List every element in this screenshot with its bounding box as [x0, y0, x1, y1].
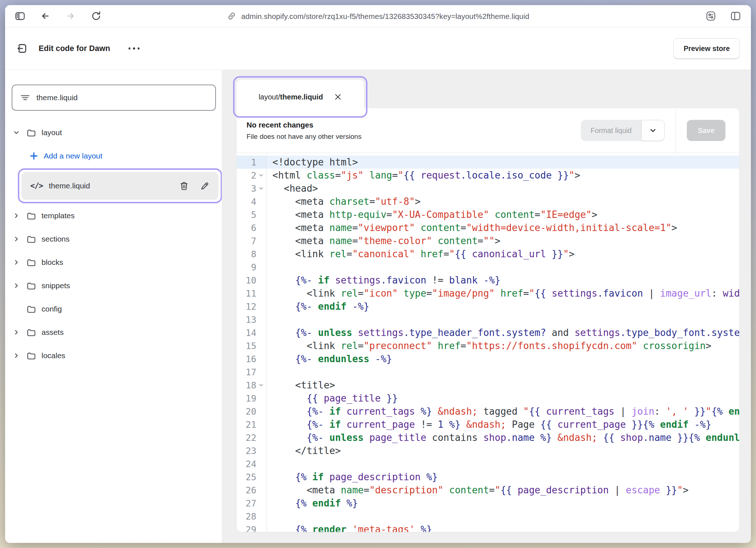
- sidebar-item-layout[interactable]: layout: [5, 121, 222, 144]
- code-line[interactable]: </title>: [267, 444, 739, 457]
- rename-file-icon[interactable]: [199, 180, 210, 192]
- sidebar-item-assets[interactable]: assets: [5, 321, 222, 344]
- code-line[interactable]: [267, 261, 739, 274]
- line-number: 2: [237, 169, 267, 182]
- code-line[interactable]: <html class="js" lang="{{ request.locale…: [267, 169, 739, 182]
- code-line[interactable]: <!doctype html>: [267, 156, 739, 169]
- code-line[interactable]: <link rel="preconnect" href="https://fon…: [267, 339, 739, 352]
- line-number: 23: [237, 444, 267, 457]
- toolbar-right-group: [705, 10, 741, 22]
- version-title: No recent changes: [247, 121, 362, 129]
- back-icon[interactable]: [39, 10, 51, 22]
- fold-chevron-icon[interactable]: [256, 382, 265, 388]
- preview-store-button[interactable]: Preview store: [673, 38, 740, 59]
- format-liquid-button[interactable]: Format liquid: [581, 120, 642, 141]
- format-options-dropdown[interactable]: [641, 120, 665, 141]
- code-line[interactable]: [267, 365, 739, 379]
- sidebar-item-snippets[interactable]: snippets: [5, 274, 222, 297]
- sidebar-item-theme-liquid[interactable]: </>theme.liquid: [21, 172, 218, 200]
- code-line[interactable]: {%- if current_page != 1 %} &ndash; Page…: [267, 418, 739, 431]
- code-line[interactable]: <link rel="icon" type="image/png" href="…: [267, 287, 739, 300]
- more-actions-icon[interactable]: [126, 44, 143, 52]
- fold-chevron-icon[interactable]: [256, 172, 265, 178]
- code-line[interactable]: {% if page_description %}: [267, 470, 739, 484]
- forward-icon[interactable]: [65, 10, 76, 22]
- folder-label: templates: [42, 211, 75, 220]
- code-line[interactable]: <meta name="theme-color" content="">: [267, 234, 739, 247]
- chevron-right-icon[interactable]: [12, 282, 21, 289]
- chevron-down-icon[interactable]: [12, 129, 21, 136]
- line-number: 22: [237, 431, 267, 444]
- line-number: 25: [237, 470, 267, 484]
- code-line[interactable]: {%- unless settings.type_header_font.sys…: [267, 326, 739, 339]
- add-new-layout-button[interactable]: Add a new layout: [5, 144, 222, 168]
- code-line[interactable]: {% endif %}: [267, 497, 739, 510]
- folder-label: snippets: [42, 281, 70, 290]
- filter-icon: [20, 93, 30, 102]
- line-number: 9: [237, 261, 267, 274]
- code-line[interactable]: [267, 457, 739, 470]
- line-number: 6: [237, 221, 267, 234]
- sidebar-item-sections[interactable]: sections: [5, 227, 222, 251]
- fold-chevron-icon[interactable]: [256, 185, 265, 191]
- exit-editor-icon[interactable]: [16, 42, 28, 55]
- line-number: 13: [237, 313, 267, 326]
- file-search-box: [12, 85, 216, 111]
- code-line[interactable]: <head>: [267, 182, 739, 195]
- line-number: 1: [237, 156, 267, 169]
- code-line[interactable]: <meta name="viewport" content="width=dev…: [267, 221, 739, 234]
- sidebar-item-config[interactable]: config: [5, 297, 222, 321]
- chevron-right-icon[interactable]: [12, 212, 21, 219]
- line-number: 12: [237, 300, 267, 313]
- line-number: 5: [237, 208, 267, 221]
- code-line[interactable]: {%- if current_tags %} &ndash; tagged "{…: [267, 405, 739, 418]
- folder-icon: [26, 128, 36, 138]
- code-lines[interactable]: <!doctype html><html class="js" lang="{{…: [267, 153, 739, 532]
- sidebar-toggle-icon[interactable]: [15, 11, 25, 21]
- tab-layout-theme-liquid[interactable]: layout/theme.liquid: [237, 80, 364, 114]
- address-bar[interactable]: admin.shopify.com/store/rzq1xu-f5/themes…: [227, 11, 529, 21]
- toolbar-left-group: [15, 10, 102, 22]
- line-number: 8: [237, 247, 267, 261]
- save-button[interactable]: Save: [687, 120, 725, 141]
- code-line[interactable]: {%- endunless -%}: [267, 352, 739, 365]
- code-line[interactable]: {%- unless page_title contains shop.name…: [267, 431, 739, 444]
- code-line[interactable]: <meta name="description" content="{{ pag…: [267, 484, 739, 497]
- code-line[interactable]: [267, 313, 739, 326]
- code-line[interactable]: {%- if settings.favicon != blank -%}: [267, 274, 739, 287]
- code-line[interactable]: <title>: [267, 379, 739, 392]
- chevron-right-icon[interactable]: [12, 235, 21, 243]
- split-view-icon[interactable]: [730, 10, 741, 22]
- line-number: 17: [237, 365, 267, 379]
- close-tab-icon[interactable]: [334, 93, 342, 101]
- code-line[interactable]: {{ page_title }}: [267, 392, 739, 405]
- chevron-down-icon: [649, 126, 657, 134]
- tab-label: layout/theme.liquid: [259, 93, 323, 101]
- code-line[interactable]: <meta http-equiv="X-UA-Compatible" conte…: [267, 208, 739, 221]
- chevron-right-icon[interactable]: [12, 259, 21, 266]
- code-file-icon: </>: [30, 181, 43, 190]
- version-subtitle: File does not have any other versions: [247, 133, 362, 141]
- sidebar-item-locales[interactable]: locales: [5, 344, 222, 367]
- delete-file-icon[interactable]: [178, 180, 190, 192]
- line-number: 11: [237, 287, 267, 300]
- reload-icon[interactable]: [90, 10, 102, 22]
- code-line[interactable]: [267, 510, 739, 523]
- code-editor[interactable]: 1234567891011121314151617181920212223242…: [237, 153, 739, 532]
- line-number-gutter: 1234567891011121314151617181920212223242…: [237, 153, 267, 532]
- content-area: layoutAdd a new layout</>theme.liquidtem…: [5, 70, 751, 543]
- chevron-right-icon[interactable]: [12, 352, 21, 359]
- sidebar-item-templates[interactable]: templates: [5, 204, 222, 227]
- code-line[interactable]: <link rel="canonical" href="{{ canonical…: [267, 247, 739, 261]
- page-settings-icon[interactable]: [705, 10, 717, 22]
- line-number: 28: [237, 510, 267, 523]
- search-input[interactable]: [36, 93, 207, 102]
- folder-label: assets: [42, 328, 64, 337]
- chevron-right-icon[interactable]: [12, 329, 21, 336]
- code-line[interactable]: <meta charset="utf-8">: [267, 195, 739, 208]
- code-line[interactable]: {% render 'meta-tags' %}: [267, 523, 739, 532]
- folder-icon: [26, 257, 36, 267]
- code-line[interactable]: {%- endif -%}: [267, 300, 739, 313]
- sidebar-item-blocks[interactable]: blocks: [5, 251, 222, 274]
- line-number: 15: [237, 339, 267, 352]
